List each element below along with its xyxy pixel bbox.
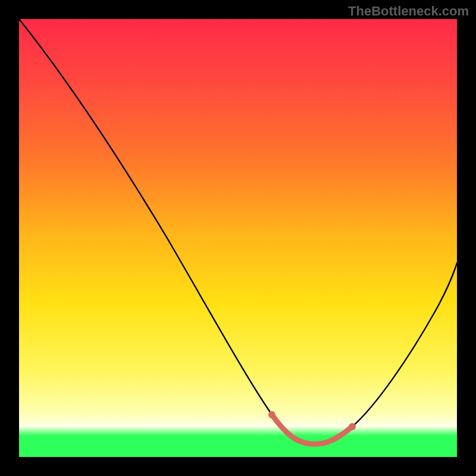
watermark-text: TheBottleneck.com <box>348 4 469 19</box>
curve-svg <box>19 19 457 457</box>
valley-end-dot <box>349 423 356 430</box>
valley-start-dot <box>268 411 275 418</box>
bottleneck-curve <box>19 19 457 444</box>
plot-area <box>19 19 457 457</box>
valley-highlight-segment <box>272 415 352 444</box>
chart-frame: TheBottleneck.com <box>0 0 476 476</box>
